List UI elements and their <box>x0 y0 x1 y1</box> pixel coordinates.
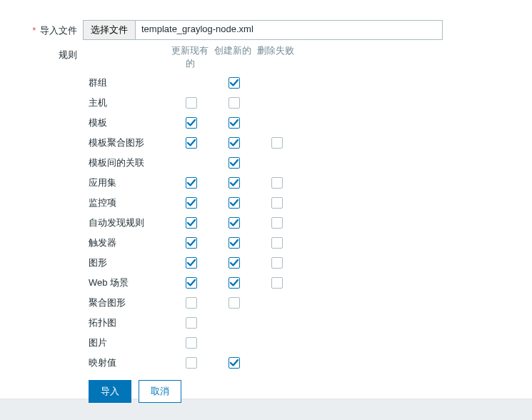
checkbox-cell <box>170 297 213 309</box>
checkbox-cell <box>256 257 298 269</box>
checkbox-cell <box>213 197 256 209</box>
checkbox-cell <box>256 137 298 149</box>
rule-row: Web 场景 <box>89 273 298 293</box>
checkbox-cell <box>256 277 298 289</box>
checkbox-cell <box>213 97 256 109</box>
rule-name: 主机 <box>89 96 170 109</box>
checkbox-cell <box>213 257 256 269</box>
checkbox[interactable] <box>186 117 197 129</box>
rule-name: 监控项 <box>89 196 170 209</box>
checkbox-cell <box>170 337 213 349</box>
checkbox[interactable] <box>186 97 197 109</box>
checkbox[interactable] <box>271 197 283 209</box>
rule-name: 聚合图形 <box>89 296 170 309</box>
checkbox-cell <box>170 217 213 229</box>
checkbox-cell <box>213 217 256 229</box>
checkbox-cell <box>170 257 213 269</box>
checkbox-cell <box>213 117 256 129</box>
checkbox[interactable] <box>229 277 240 289</box>
file-input[interactable]: 选择文件 template_graylog-node.xml <box>83 20 443 40</box>
checkbox-cell <box>170 197 213 209</box>
checkbox[interactable] <box>186 257 197 269</box>
checkbox[interactable] <box>186 337 197 349</box>
rule-name: 模板聚合图形 <box>89 136 170 149</box>
rule-name: 触发器 <box>89 236 170 249</box>
rule-name: 图片 <box>89 336 170 349</box>
checkbox[interactable] <box>229 197 240 209</box>
checkbox[interactable] <box>229 257 240 269</box>
checkbox-cell <box>170 277 213 289</box>
checkbox[interactable] <box>229 237 240 249</box>
rules-header-row: 更新现有的 创建新的 删除失败 <box>89 44 298 70</box>
rule-row: 模板间的关联 <box>89 153 298 173</box>
checkbox-cell <box>170 317 213 329</box>
rule-row: 模板 <box>89 113 298 133</box>
rule-row: 主机 <box>89 93 298 113</box>
rule-name: 应用集 <box>89 176 170 189</box>
checkbox[interactable] <box>271 137 283 149</box>
checkbox-cell <box>213 297 256 309</box>
checkbox[interactable] <box>186 137 197 149</box>
checkbox-cell <box>170 357 213 369</box>
checkbox-cell <box>213 77 256 89</box>
rule-row: 图形 <box>89 253 298 273</box>
checkbox[interactable] <box>186 317 197 329</box>
checkbox[interactable] <box>271 257 283 269</box>
checkbox-cell <box>213 137 256 149</box>
rule-row: 拓扑图 <box>89 313 298 333</box>
checkbox-cell <box>256 217 298 229</box>
rule-row: 模板聚合图形 <box>89 133 298 153</box>
checkbox[interactable] <box>186 297 197 309</box>
import-button[interactable]: 导入 <box>89 380 131 403</box>
rule-row: 群组 <box>89 73 298 93</box>
rule-name: 模板间的关联 <box>89 156 170 169</box>
rule-name: 模板 <box>89 116 170 129</box>
checkbox[interactable] <box>186 177 197 189</box>
checkbox[interactable] <box>186 277 197 289</box>
checkbox-cell <box>170 117 213 129</box>
rule-name: 群组 <box>89 76 170 89</box>
col-delete-missing: 删除失败 <box>254 44 297 70</box>
checkbox[interactable] <box>186 197 197 209</box>
checkbox-cell <box>213 177 256 189</box>
checkbox-cell <box>256 237 298 249</box>
checkbox[interactable] <box>271 177 283 189</box>
col-create-new: 创建新的 <box>211 44 254 70</box>
checkbox-cell <box>213 157 256 169</box>
rule-name: 自动发现规则 <box>89 216 170 229</box>
cancel-button[interactable]: 取消 <box>139 380 181 403</box>
checkbox[interactable] <box>229 177 240 189</box>
rule-name: 拓扑图 <box>89 316 170 329</box>
checkbox[interactable] <box>186 237 197 249</box>
rule-name: Web 场景 <box>89 276 170 289</box>
rule-row: 触发器 <box>89 233 298 253</box>
checkbox-cell <box>170 137 213 149</box>
checkbox[interactable] <box>271 237 283 249</box>
checkbox-cell <box>213 357 256 369</box>
checkbox[interactable] <box>229 117 240 129</box>
checkbox[interactable] <box>186 217 197 229</box>
file-name-value: template_graylog-node.xml <box>136 21 442 39</box>
rule-row: 映射值 <box>89 353 298 373</box>
rule-row: 图片 <box>89 333 298 353</box>
checkbox-cell <box>170 237 213 249</box>
rule-row: 应用集 <box>89 173 298 193</box>
checkbox-cell <box>213 237 256 249</box>
rules-label: 规则 <box>59 49 77 60</box>
checkbox[interactable] <box>186 357 197 369</box>
choose-file-button[interactable]: 选择文件 <box>84 21 136 39</box>
checkbox[interactable] <box>229 217 240 229</box>
checkbox[interactable] <box>229 157 240 169</box>
checkbox[interactable] <box>229 297 240 309</box>
checkbox[interactable] <box>229 97 240 109</box>
checkbox[interactable] <box>271 217 283 229</box>
checkbox[interactable] <box>271 277 283 289</box>
checkbox[interactable] <box>229 137 240 149</box>
rule-name: 图形 <box>89 256 170 269</box>
checkbox-cell <box>213 277 256 289</box>
checkbox[interactable] <box>229 357 240 369</box>
rule-row: 聚合图形 <box>89 293 298 313</box>
checkbox[interactable] <box>229 77 240 89</box>
checkbox-cell <box>170 97 213 109</box>
checkbox-cell <box>256 197 298 209</box>
